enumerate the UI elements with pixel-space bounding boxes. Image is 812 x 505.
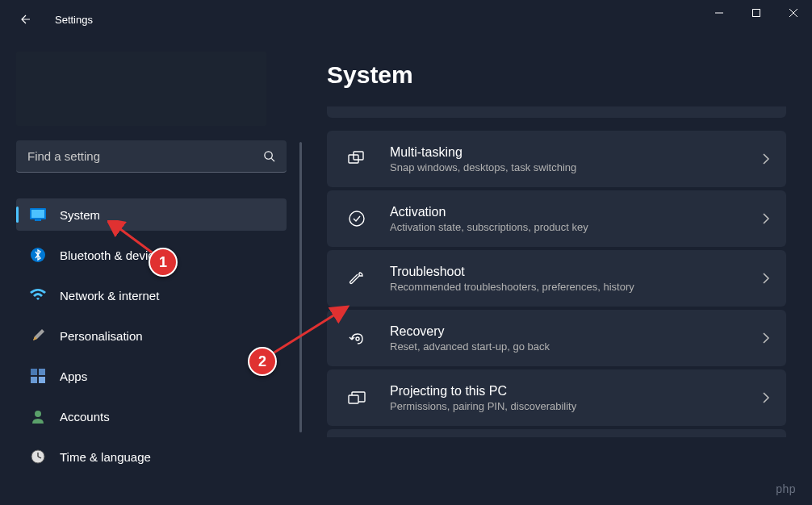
- chevron-right-icon: [762, 392, 770, 403]
- sidebar-item-system[interactable]: System: [16, 198, 287, 231]
- search-input[interactable]: [27, 149, 263, 163]
- card-text: Projecting to this PC Permissions, pairi…: [390, 384, 762, 412]
- sidebar-item-label: Network & internet: [60, 289, 159, 303]
- maximize-button[interactable]: [738, 0, 775, 26]
- sidebar-item-label: Accounts: [60, 410, 110, 424]
- close-icon: [789, 9, 797, 17]
- check-circle-icon: [346, 208, 367, 229]
- wifi-icon: [29, 286, 47, 304]
- card-title: Recovery: [390, 324, 762, 339]
- multitask-icon: [346, 148, 367, 169]
- maximize-icon: [752, 9, 760, 17]
- chevron-right-icon: [762, 153, 770, 165]
- svg-rect-1: [753, 10, 760, 17]
- titlebar: Settings: [0, 0, 812, 39]
- chevron-right-icon: [762, 332, 770, 344]
- svg-line-5: [271, 158, 274, 161]
- svg-rect-24: [349, 395, 358, 403]
- apps-icon: [29, 367, 47, 385]
- card-subtitle: Permissions, pairing PIN, discoverabilit…: [390, 400, 762, 412]
- main-content: System Multi-tasking Snap windows, deskt…: [287, 39, 812, 505]
- project-icon: [346, 387, 367, 408]
- account-icon: [29, 407, 47, 425]
- sidebar-item-accounts[interactable]: Accounts: [16, 400, 287, 432]
- svg-rect-7: [31, 210, 44, 218]
- card-text: Multi-tasking Snap windows, desktops, ta…: [390, 145, 762, 173]
- svg-rect-12: [31, 377, 37, 383]
- card-subtitle: Recommended troubleshooters, preferences…: [390, 281, 762, 293]
- card-projecting[interactable]: Projecting to this PC Permissions, pairi…: [327, 369, 786, 426]
- search-icon: [263, 150, 275, 162]
- card-text: Activation Activation state, subscriptio…: [390, 205, 762, 233]
- sidebar-item-label: Apps: [60, 369, 87, 383]
- page-title: System: [327, 61, 786, 89]
- card-subtitle: Snap windows, desktops, task switching: [390, 161, 762, 173]
- system-icon: [29, 206, 47, 223]
- svg-rect-10: [31, 369, 37, 375]
- card-title: Multi-tasking: [390, 145, 762, 160]
- svg-point-22: [356, 337, 359, 340]
- svg-rect-13: [39, 377, 45, 383]
- chevron-right-icon: [762, 213, 770, 224]
- card-troubleshoot[interactable]: Troubleshoot Recommended troubleshooters…: [327, 250, 786, 307]
- scrollbar[interactable]: [299, 142, 302, 432]
- sidebar-item-time[interactable]: Time & language: [16, 440, 287, 473]
- annotation-badge-2: 2: [248, 347, 277, 376]
- svg-rect-8: [35, 219, 41, 221]
- card-title: Projecting to this PC: [390, 384, 762, 399]
- svg-point-4: [265, 152, 272, 159]
- arrow-left-icon: [18, 13, 31, 26]
- search-box[interactable]: [16, 140, 287, 173]
- watermark: php: [776, 482, 796, 495]
- sidebar-item-network[interactable]: Network & internet: [16, 279, 287, 311]
- svg-rect-11: [39, 369, 45, 375]
- card-subtitle: Reset, advanced start-up, go back: [390, 340, 762, 353]
- back-button[interactable]: [8, 3, 40, 35]
- minimize-button[interactable]: [701, 0, 738, 26]
- card-title: Troubleshoot: [390, 265, 762, 279]
- card-title: Activation: [390, 205, 762, 219]
- bluetooth-icon: [29, 246, 47, 264]
- card-recovery[interactable]: Recovery Reset, advanced start-up, go ba…: [327, 310, 786, 366]
- card-partial-top[interactable]: [327, 106, 786, 118]
- brush-icon: [29, 327, 47, 344]
- card-multitasking[interactable]: Multi-tasking Snap windows, desktops, ta…: [327, 131, 786, 187]
- sidebar: System Bluetooth & devices Network & int…: [0, 39, 287, 505]
- svg-point-14: [35, 411, 41, 417]
- annotation-badge-1: 1: [149, 248, 178, 277]
- sidebar-item-personalisation[interactable]: Personalisation: [16, 319, 287, 352]
- card-text: Recovery Reset, advanced start-up, go ba…: [390, 324, 762, 353]
- app-title: Settings: [55, 14, 93, 26]
- sidebar-item-apps[interactable]: Apps: [16, 360, 287, 392]
- sidebar-item-label: System: [60, 208, 100, 222]
- profile-area: [16, 52, 266, 126]
- svg-point-21: [349, 211, 364, 226]
- nav-list: System Bluetooth & devices Network & int…: [16, 198, 287, 473]
- card-activation[interactable]: Activation Activation state, subscriptio…: [327, 190, 786, 247]
- minimize-icon: [715, 9, 723, 17]
- clock-icon: [29, 448, 47, 465]
- window-controls: [701, 0, 812, 26]
- chevron-right-icon: [762, 273, 770, 284]
- sidebar-item-label: Personalisation: [60, 329, 143, 343]
- close-button[interactable]: [775, 0, 812, 26]
- wrench-icon: [346, 268, 367, 289]
- recovery-icon: [346, 328, 367, 348]
- card-partial-bottom[interactable]: [327, 429, 786, 437]
- sidebar-item-label: Time & language: [60, 450, 151, 464]
- card-subtitle: Activation state, subscriptions, product…: [390, 221, 762, 233]
- card-text: Troubleshoot Recommended troubleshooters…: [390, 265, 762, 293]
